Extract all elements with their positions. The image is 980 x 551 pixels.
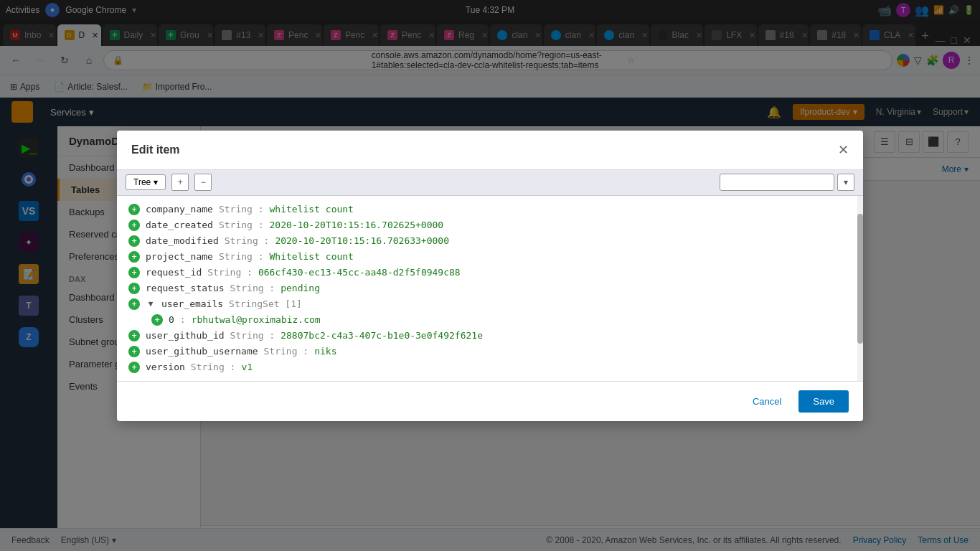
add-field-version[interactable]: + xyxy=(128,362,140,373)
key-date-created: date_created xyxy=(146,220,213,230)
item-row-request-id: + request_id String : 066cf430-ec13-45cc… xyxy=(117,265,863,281)
value-request-status[interactable]: pending xyxy=(281,283,320,293)
value-version[interactable]: v1 xyxy=(241,362,253,372)
item-row-date-modified: + date_modified String : 2020-10-20T10:1… xyxy=(117,233,863,249)
type-user-github-id: String : xyxy=(230,330,275,341)
tree-view-button[interactable]: Tree ▾ xyxy=(126,174,166,190)
type-user-github-username: String : xyxy=(264,346,309,357)
value-date-modified[interactable]: 2020-10-20T10:15:16.702633+0000 xyxy=(275,235,449,246)
type-project-name: String : xyxy=(219,251,264,262)
item-row-user-emails: + ▼ user_emails StringSet [1] xyxy=(117,296,863,312)
edit-item-modal: Edit item ✕ Tree ▾ + − ▾ xyxy=(117,131,863,421)
modal-scrollbar-track xyxy=(857,196,863,381)
add-field-request-status[interactable]: + xyxy=(128,283,140,294)
type-date-created: String : xyxy=(219,220,264,230)
add-field-user-emails[interactable]: + xyxy=(128,298,140,310)
type-version: String : xyxy=(191,362,236,372)
modal-scrollbar-thumb[interactable] xyxy=(857,214,863,344)
value-company-name[interactable]: whitelist count xyxy=(270,204,354,215)
key-project-name: project_name xyxy=(146,251,213,262)
key-request-id: request_id xyxy=(146,267,202,278)
modal-content: + company_name String : whitelist count … xyxy=(117,196,863,381)
modal-overlay: Edit item ✕ Tree ▾ + − ▾ xyxy=(0,0,980,551)
value-project-name[interactable]: Whitelist count xyxy=(270,251,354,262)
item-row-request-status: + request_status String : pending xyxy=(117,281,863,296)
item-row-company-name: + company_name String : whitelist count xyxy=(117,202,863,217)
key-company-name: company_name xyxy=(146,204,213,215)
tree-chevron-icon: ▾ xyxy=(154,177,158,187)
modal-close-button[interactable]: ✕ xyxy=(838,142,849,158)
item-row-user-github-id: + user_github_id String : 28807bc2-c4a3-… xyxy=(117,328,863,344)
type-user-emails: StringSet [1] xyxy=(229,298,302,309)
type-company-name: String : xyxy=(219,204,264,215)
save-button[interactable]: Save xyxy=(798,390,849,413)
add-row-button[interactable]: + xyxy=(171,174,189,191)
type-date-modified: String : xyxy=(225,235,270,246)
key-user-emails: user_emails xyxy=(161,298,223,309)
key-date-modified: date_modified xyxy=(146,235,219,246)
value-user-github-username[interactable]: niks xyxy=(314,346,336,357)
key-index-0: 0 xyxy=(169,314,174,325)
item-row-project-name: + project_name String : Whitelist count xyxy=(117,249,863,265)
type-request-status: String : xyxy=(230,283,275,293)
item-row-user-emails-0: + 0 : rbhutwal@proximabiz.com xyxy=(117,312,863,328)
type-request-id: String : xyxy=(207,267,253,278)
add-field-project-name[interactable]: + xyxy=(128,251,140,263)
expand-user-emails[interactable]: ▼ xyxy=(146,299,156,309)
add-field-request-id[interactable]: + xyxy=(128,267,140,278)
cancel-button[interactable]: Cancel xyxy=(741,390,793,413)
modal-body: Tree ▾ + − ▾ + company_name String : whi… xyxy=(117,170,863,381)
add-field-user-github-username[interactable]: + xyxy=(128,346,140,357)
item-row-version: + version String : v1 xyxy=(117,359,863,375)
search-dropdown-button[interactable]: ▾ xyxy=(837,174,854,191)
modal-search-input[interactable] xyxy=(720,174,834,191)
value-date-created[interactable]: 2020-10-20T10:15:16.702625+0000 xyxy=(270,220,444,230)
value-user-github-id[interactable]: 28807bc2-c4a3-407c-b1e0-3e0f492f621e xyxy=(281,330,483,341)
modal-search: ▾ xyxy=(720,174,854,191)
add-field-user-github-id[interactable]: + xyxy=(128,330,140,342)
tree-label: Tree xyxy=(133,177,151,187)
key-user-github-id: user_github_id xyxy=(146,330,225,341)
modal-footer: Cancel Save xyxy=(117,381,863,421)
modal-title: Edit item xyxy=(131,143,180,156)
value-user-emails-0[interactable]: rbhutwal@proximabiz.com xyxy=(192,314,321,325)
modal-header: Edit item ✕ xyxy=(117,131,863,170)
item-row-user-github-username: + user_github_username String : niks xyxy=(117,344,863,359)
remove-row-button[interactable]: − xyxy=(194,174,212,191)
key-request-status: request_status xyxy=(146,283,225,293)
add-field-date-modified[interactable]: + xyxy=(128,235,140,247)
add-field-date-created[interactable]: + xyxy=(128,220,140,231)
value-request-id[interactable]: 066cf430-ec13-45cc-aa48-d2f5f0949c88 xyxy=(258,267,461,278)
add-field-company-name[interactable]: + xyxy=(128,204,140,215)
modal-toolbar: Tree ▾ + − ▾ xyxy=(117,170,863,196)
key-version: version xyxy=(146,362,185,372)
add-field-user-emails-0[interactable]: + xyxy=(151,314,163,326)
type-index-0: : xyxy=(180,314,186,325)
key-user-github-username: user_github_username xyxy=(146,346,258,357)
item-row-date-created: + date_created String : 2020-10-20T10:15… xyxy=(117,217,863,233)
